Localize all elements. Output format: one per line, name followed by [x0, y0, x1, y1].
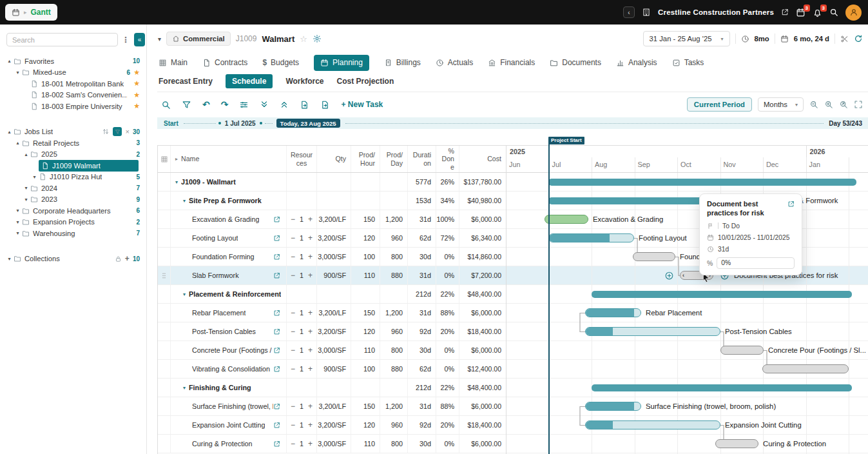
caret-down-icon[interactable]: ▾ [22, 185, 30, 191]
sidebar-item-2023[interactable]: ▾20239 [0, 194, 146, 206]
avatar[interactable] [845, 5, 862, 21]
gantt-bar-summary[interactable] [548, 179, 856, 186]
display-options-icon[interactable] [239, 100, 249, 110]
undo-icon[interactable]: ↶ [202, 100, 210, 109]
resource-increment[interactable]: + [308, 215, 313, 224]
favorite-star-outline-icon[interactable]: ☆ [300, 34, 307, 44]
favorite-star-icon[interactable]: ★ [133, 103, 140, 110]
gantt-bar-summary[interactable] [592, 291, 852, 298]
open-task-icon[interactable] [273, 328, 280, 335]
sidebar-item-j1010-pizza-hut[interactable]: ▾J1010 Pizza Hut5 [0, 172, 146, 183]
export-icon[interactable] [300, 100, 309, 110]
gantt-bar-task[interactable] [548, 233, 634, 242]
table-row-foundation-forming[interactable]: Foundation Forming−1+3,000/SF10080030d0%… [158, 248, 506, 266]
tab-budgets[interactable]: $Budgets [262, 55, 299, 71]
gantt-bar-unstarted[interactable] [715, 439, 758, 448]
gantt-bar-unstarted[interactable] [762, 364, 849, 373]
table-row-surface-finishing-trowel-br[interactable]: Surface Finishing (trowel, br...−1+3,200… [158, 397, 506, 416]
caret-down-icon[interactable]: ▾ [5, 256, 14, 262]
table-row-j1009-wallmart[interactable]: ▾J1009 - Wallmart577d26%$137,780.00 [158, 173, 506, 192]
zoom-out-icon[interactable] [809, 100, 818, 109]
resource-decrement[interactable]: − [291, 233, 295, 242]
table-row-concrete-pour-footings-sl[interactable]: Concrete Pour (Footings / Sl...−1+3,000/… [158, 341, 506, 360]
resize-left-handle[interactable]: ‹ [682, 273, 684, 279]
caret-up-icon[interactable]: ▴ [5, 129, 14, 135]
popup-status[interactable]: To Do [722, 222, 740, 230]
open-task-icon[interactable] [273, 366, 280, 373]
category-chip[interactable]: Commercial [166, 32, 231, 46]
tab-main[interactable]: Main [159, 55, 188, 71]
resource-increment[interactable]: + [308, 346, 313, 355]
period-select[interactable]: 31 Jan - 25 Aug '25 ▾ [643, 31, 730, 46]
pane-divider[interactable] [506, 146, 506, 454]
external-link-icon[interactable] [781, 8, 789, 16]
calendar-notifications[interactable]: 3 [796, 8, 805, 17]
open-task-icon[interactable] [273, 235, 280, 242]
active-filter-chip[interactable] [113, 127, 122, 136]
fullscreen-icon[interactable] [854, 100, 863, 109]
import-icon[interactable] [320, 100, 330, 110]
resource-increment[interactable]: + [308, 420, 313, 429]
sidebar-item-18-002-sam-s-convenien[interactable]: 18-002 Sam's Convenien...★ [0, 90, 146, 101]
gantt-bar-task[interactable] [585, 420, 720, 429]
resource-increment[interactable]: + [308, 364, 313, 373]
gantt-bar-unstarted[interactable] [720, 346, 764, 355]
table-row-curing-protection[interactable]: Curing & Protection−1+3,000/SF11080030d0… [158, 435, 506, 453]
tab-tasks[interactable]: Tasks [672, 55, 704, 71]
popup-date-range[interactable]: 10/01/2025 - 11/01/2025 [718, 234, 789, 241]
refresh-icon[interactable] [854, 34, 863, 43]
open-task-icon[interactable] [273, 216, 280, 223]
favorite-star-icon[interactable]: ★ [133, 80, 140, 87]
search-input[interactable] [6, 33, 118, 46]
resource-increment[interactable]: + [308, 233, 313, 242]
caret-down-icon[interactable]: ▾ [183, 198, 186, 204]
add-collection-icon[interactable]: + [125, 254, 130, 263]
filter-icon[interactable] [182, 100, 191, 110]
caret-down-icon[interactable]: ▾ [14, 230, 22, 236]
table-row-footing-layout[interactable]: Footing Layout−1+3,200/SF12096062d72%$6,… [158, 229, 506, 248]
caret-up-icon[interactable]: ▴ [5, 58, 14, 64]
sidebar-item-collections[interactable]: ▾Collections+10 [0, 253, 146, 265]
caret-up-icon[interactable]: ▴ [22, 152, 30, 157]
resource-decrement[interactable]: − [291, 420, 295, 429]
caret-up-icon[interactable]: ▴ [14, 140, 22, 146]
clear-filter-icon[interactable]: × [125, 128, 129, 135]
drag-handle-icon[interactable] [160, 272, 168, 279]
sidebar-item-warehousing[interactable]: ▾Warehousing7 [0, 228, 146, 239]
chevron-down-icon[interactable]: ▾ [158, 35, 161, 43]
gantt-bar-task[interactable] [585, 308, 641, 317]
resource-increment[interactable]: + [308, 308, 313, 317]
subtab-cost-projection[interactable]: Cost Projection [337, 74, 394, 88]
scissors-icon[interactable] [840, 35, 849, 43]
table-row-excavation-grading[interactable]: Excavation & Grading−1+3,200/LF1501,2003… [158, 210, 506, 229]
caret-down-icon[interactable]: ▾ [183, 385, 186, 391]
resource-decrement[interactable]: − [291, 402, 295, 411]
resource-decrement[interactable]: − [291, 308, 295, 317]
expand-all-icon[interactable] [280, 100, 289, 109]
tab-contracts[interactable]: Contracts [202, 55, 247, 71]
open-task-icon[interactable] [273, 347, 280, 354]
gantt-bar-summary[interactable] [592, 384, 852, 391]
sidebar-item-retail-projects[interactable]: ▴Retail Projects3 [0, 137, 146, 149]
open-task-icon[interactable] [273, 272, 280, 279]
bell-notifications[interactable]: 3 [813, 8, 822, 17]
current-period-button[interactable]: Current Period [687, 97, 752, 112]
sidebar-collapse-button[interactable]: « [134, 33, 145, 46]
kebab-menu-icon[interactable]: ⋮ [122, 35, 130, 44]
table-row-finishing-curing[interactable]: ▾Finishing & Curing212d22%$48,400.00 [158, 379, 506, 397]
open-task-icon[interactable] [273, 440, 280, 448]
caret-down-icon[interactable]: ▾ [14, 219, 22, 225]
tab-planning[interactable]: Planning [314, 55, 369, 71]
subtab-schedule[interactable]: Schedule [226, 74, 273, 88]
sidebar-item-favorites[interactable]: ▴Favorites10 [0, 55, 146, 67]
favorite-star-icon[interactable]: ★ [133, 69, 140, 76]
table-row-site-prep-formwork[interactable]: ▾Site Prep & Formwork153d34%$40,980.00 [158, 192, 506, 210]
resource-decrement[interactable]: − [291, 364, 295, 373]
open-task-icon[interactable] [273, 422, 280, 429]
table-grid-icon[interactable] [160, 155, 168, 163]
sidebar-item-j1009-walmart[interactable]: J1009 Walmart [0, 160, 146, 172]
sidebar-item-2024[interactable]: ▾20247 [0, 183, 146, 194]
tab-actuals[interactable]: Actuals [436, 55, 473, 71]
sidebar-item-expansion-projects[interactable]: ▾Expansion Projects2 [0, 217, 146, 228]
gear-icon[interactable] [313, 34, 322, 43]
